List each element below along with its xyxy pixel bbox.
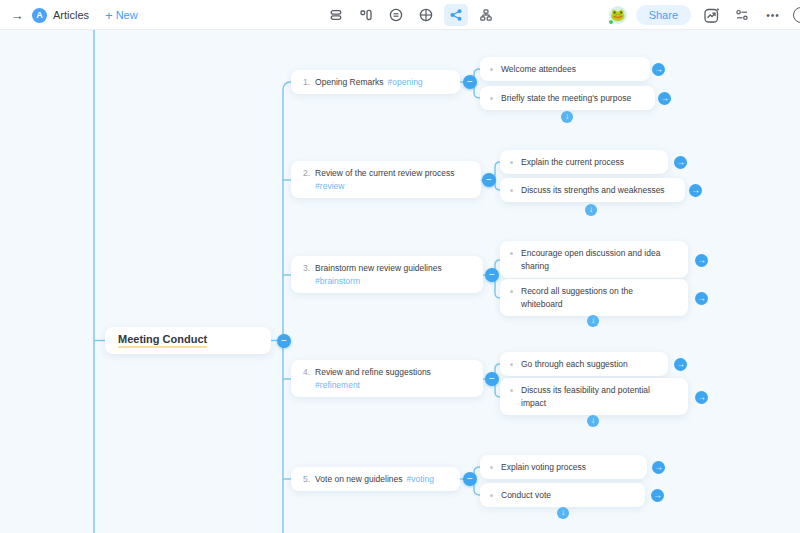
list-view-icon <box>388 7 404 23</box>
sidebar-expand-icon[interactable]: → <box>8 8 26 23</box>
bullet-icon <box>510 161 513 164</box>
bullet-icon <box>510 363 513 366</box>
expand-down-button[interactable]: ↓ <box>561 111 573 123</box>
orgchart-view-icon <box>478 7 494 23</box>
quadrant-view-button[interactable] <box>414 4 438 26</box>
child-node[interactable]: Discuss its strengths and weaknesses <box>500 178 685 202</box>
bullet-icon <box>510 389 513 392</box>
expand-down-button[interactable]: ↓ <box>587 415 599 427</box>
expand-down-button[interactable]: ↓ <box>585 204 597 216</box>
tag-label[interactable]: #voting <box>407 474 434 484</box>
expand-down-button[interactable]: ↓ <box>587 315 599 327</box>
child-node[interactable]: Encourage open discussion and idea shari… <box>500 241 688 278</box>
tag-label[interactable]: #review <box>315 180 454 193</box>
expand-down-button[interactable]: ↓ <box>557 507 569 519</box>
insights-button[interactable] <box>700 4 722 26</box>
bullet-icon <box>490 494 493 497</box>
mindmap-canvas[interactable]: Meeting Conduct 1. Opening Remarks#openi… <box>0 30 800 533</box>
expand-right-button[interactable]: → <box>674 358 687 371</box>
partial-circle-icon[interactable] <box>793 7 800 23</box>
new-button-label: New <box>116 9 138 21</box>
share-button-label: Share <box>649 9 678 21</box>
document-title: Articles <box>53 9 89 21</box>
tag-label[interactable]: #opening <box>388 77 423 87</box>
child-node[interactable]: Discuss its feasibility and potential im… <box>500 378 688 415</box>
child-node[interactable]: Conduct vote <box>480 483 645 507</box>
insights-icon <box>703 7 720 24</box>
document-badge: A <box>32 8 47 23</box>
mindmap-view-icon <box>448 7 464 23</box>
expand-right-button[interactable]: → <box>689 184 702 197</box>
bullet-icon <box>510 189 513 192</box>
root-title: Meeting Conduct <box>118 333 207 348</box>
mindmap-view-button[interactable] <box>444 4 468 26</box>
branch-node-3[interactable]: 3. Brainstorm new review guidelines#brai… <box>291 256 483 293</box>
plus-icon: + <box>105 10 113 21</box>
expand-right-button[interactable]: → <box>652 461 665 474</box>
bullet-icon <box>510 252 513 255</box>
expand-right-button[interactable]: → <box>695 292 708 305</box>
expand-right-button[interactable]: → <box>658 92 671 105</box>
collapse-button-branch-3[interactable]: − <box>485 268 499 282</box>
expand-right-button[interactable]: → <box>695 391 708 404</box>
display-settings-button[interactable] <box>731 4 753 26</box>
feed-view-icon <box>328 7 344 23</box>
collapse-button-branch-5[interactable]: − <box>463 472 477 486</box>
branch-node-2[interactable]: 2. Review of the current review process#… <box>291 161 481 198</box>
branch-node-1[interactable]: 1. Opening Remarks#opening <box>291 70 460 94</box>
branch-node-4[interactable]: 4. Review and refine suggestions#refinem… <box>291 360 483 397</box>
bullet-icon <box>490 466 493 469</box>
child-node[interactable]: Briefly state the meeting's purpose <box>480 86 655 110</box>
expand-right-button[interactable]: → <box>651 489 664 502</box>
tag-label[interactable]: #brainstorm <box>315 275 442 288</box>
toolbar: → A Articles + New <box>0 0 800 30</box>
feed-view-button[interactable] <box>324 4 348 26</box>
child-node[interactable]: Explain voting process <box>480 455 647 479</box>
child-node[interactable]: Go through each suggestion <box>500 352 668 376</box>
child-node[interactable]: Welcome attendees <box>480 57 650 81</box>
root-node[interactable]: Meeting Conduct <box>105 327 271 354</box>
tag-label[interactable]: #refinement <box>315 379 431 392</box>
board-view-button[interactable] <box>354 4 378 26</box>
more-button[interactable]: ••• <box>762 4 784 26</box>
user-avatar[interactable]: 🐸 <box>609 6 627 24</box>
child-node[interactable]: Explain the current process <box>500 150 668 174</box>
display-settings-icon <box>734 7 750 23</box>
bullet-icon <box>490 68 493 71</box>
quadrant-view-icon <box>418 7 434 23</box>
orgchart-view-button[interactable] <box>474 4 498 26</box>
collapse-button-root[interactable]: − <box>277 334 291 348</box>
child-node[interactable]: Record all suggestions on the whiteboard <box>500 279 688 316</box>
board-view-icon <box>358 7 374 23</box>
expand-right-button[interactable]: → <box>674 156 687 169</box>
new-button[interactable]: + New <box>105 9 138 21</box>
collapse-button-branch-1[interactable]: − <box>463 75 477 89</box>
collapse-button-branch-4[interactable]: − <box>485 372 499 386</box>
bullet-icon <box>490 97 493 100</box>
bullet-icon <box>510 290 513 293</box>
branch-node-5[interactable]: 5. Vote on new guidelines#voting <box>291 467 460 491</box>
list-view-button[interactable] <box>384 4 408 26</box>
more-icon: ••• <box>766 10 780 21</box>
expand-right-button[interactable]: → <box>695 254 708 267</box>
share-button[interactable]: Share <box>636 5 691 25</box>
online-status-dot <box>608 19 614 25</box>
collapse-button-branch-2[interactable]: − <box>482 173 496 187</box>
expand-right-button[interactable]: → <box>652 63 665 76</box>
